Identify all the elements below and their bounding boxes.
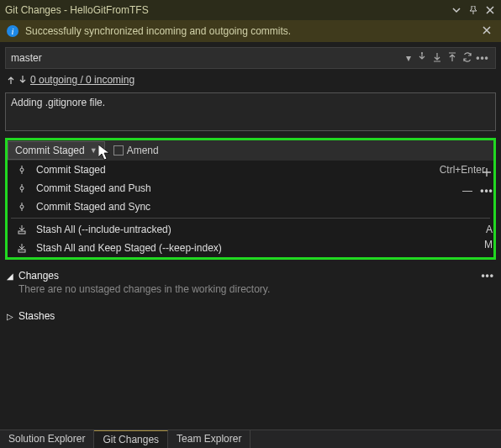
incoming-icon	[18, 75, 27, 85]
commit-message-input[interactable]: Adding .gitignore file.	[5, 92, 496, 131]
bottom-tab-bar: Solution Explorer Git Changes Team Explo…	[0, 430, 501, 448]
fetch-icon[interactable]	[414, 52, 430, 65]
commit-button-row: Commit Staged ▼ Amend	[8, 140, 493, 161]
more-icon[interactable]: •••	[477, 183, 496, 198]
sync-icon[interactable]	[460, 52, 475, 65]
tab-team-explorer[interactable]: Team Explorer	[168, 430, 250, 448]
menu-item-label: Commit Staged and Sync	[36, 201, 485, 213]
stash-icon	[16, 224, 28, 235]
svg-point-2	[20, 187, 24, 190]
title-bar: Git Changes - HelloGitFromTFS	[0, 0, 501, 20]
menu-commit-staged[interactable]: Commit Staged Ctrl+Enter	[8, 161, 493, 179]
commit-icon	[16, 166, 28, 174]
tab-solution-explorer[interactable]: Solution Explorer	[0, 430, 94, 448]
info-icon: i	[7, 25, 18, 37]
svg-rect-4	[18, 231, 25, 234]
right-icon-column: — ••• A M	[462, 165, 496, 250]
menu-separator	[11, 218, 490, 219]
commit-dropdown-highlight: Commit Staged ▼ Amend Commit Staged Ctrl…	[5, 138, 496, 260]
modified-indicator: M	[484, 239, 496, 250]
svg-point-3	[20, 205, 24, 208]
outgoing-icon	[7, 75, 15, 85]
menu-commit-staged-push[interactable]: Commit Staged and Push	[8, 179, 493, 198]
menu-item-label: Commit Staged and Push	[36, 182, 485, 194]
changes-title: Changes	[18, 270, 59, 282]
branch-name: master	[11, 52, 403, 64]
amend-checkbox[interactable]: Amend	[113, 145, 159, 156]
window-title: Git Changes - HelloGitFromTFS	[5, 4, 451, 16]
pin-icon[interactable]	[467, 4, 479, 16]
add-icon[interactable]	[477, 165, 496, 180]
close-icon[interactable]	[484, 4, 496, 16]
changes-empty-message: There are no unstaged changes in the wor…	[7, 282, 494, 300]
push-icon[interactable]	[445, 52, 460, 65]
more-icon[interactable]: •••	[475, 52, 490, 64]
checkbox-icon	[113, 145, 124, 155]
menu-item-label: Stash All and Keep Staged (--keep-index)	[36, 242, 485, 254]
svg-point-0	[421, 52, 423, 54]
branch-dropdown-icon[interactable]: ▾	[403, 52, 414, 64]
window-buttons	[451, 4, 496, 16]
dash-icon: —	[462, 185, 472, 197]
stashes-section: ▷ Stashes	[0, 305, 501, 327]
commit-dropdown-menu: Commit Staged Ctrl+Enter Commit Staged a…	[8, 161, 493, 257]
stashes-header[interactable]: ▷ Stashes	[7, 310, 494, 322]
menu-commit-staged-sync[interactable]: Commit Staged and Sync	[8, 198, 493, 216]
more-icon[interactable]: •••	[481, 270, 494, 282]
menu-item-label: Stash All (--include-untracked)	[36, 224, 485, 235]
chevron-right-icon: ▷	[7, 312, 15, 321]
changes-header[interactable]: ◢ Changes •••	[7, 270, 494, 282]
notification-message: Successfully synchronized incoming and o…	[25, 25, 483, 37]
notification-close-icon[interactable]	[483, 25, 494, 37]
tab-git-changes[interactable]: Git Changes	[94, 430, 168, 448]
sync-link[interactable]: 0 outgoing / 0 incoming	[30, 74, 134, 86]
commit-icon	[16, 184, 28, 192]
stashes-title: Stashes	[18, 310, 55, 322]
stash-icon	[16, 243, 28, 253]
chevron-down-icon: ◢	[7, 271, 15, 281]
added-indicator: A	[486, 224, 496, 235]
chevron-down-icon: ▼	[90, 146, 98, 155]
menu-stash-keep-staged[interactable]: Stash All and Keep Staged (--keep-index)	[8, 239, 493, 257]
svg-point-1	[20, 168, 24, 171]
commit-staged-button[interactable]: Commit Staged ▼	[8, 141, 105, 160]
commit-icon	[16, 203, 28, 211]
notification-bar: i Successfully synchronized incoming and…	[0, 20, 501, 42]
pull-icon[interactable]	[430, 52, 445, 65]
changes-section: ◢ Changes ••• There are no unstaged chan…	[0, 265, 501, 305]
svg-rect-5	[18, 250, 25, 252]
sync-status: 0 outgoing / 0 incoming	[0, 71, 501, 92]
menu-item-label: Commit Staged	[36, 164, 431, 176]
dropdown-icon[interactable]	[451, 4, 462, 16]
branch-selector[interactable]: master ▾ •••	[5, 47, 496, 69]
menu-stash-all[interactable]: Stash All (--include-untracked)	[8, 220, 493, 239]
commit-button-label: Commit Staged	[15, 145, 85, 156]
amend-label: Amend	[127, 145, 159, 156]
